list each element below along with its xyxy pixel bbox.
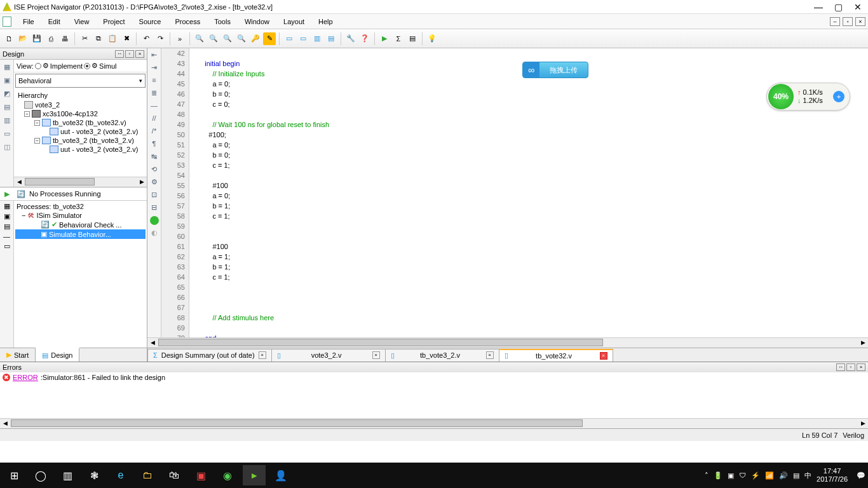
settings-button[interactable]: 🔧 [344,32,357,45]
redo-button[interactable]: ↷ [154,32,166,45]
more-button[interactable]: » [173,32,186,45]
impl-radio[interactable] [35,63,41,69]
pane-expand[interactable]: ↔ [115,50,124,58]
edge-icon[interactable]: e [109,465,132,485]
upload-widget[interactable]: ∞ 拖拽上传 [522,62,588,78]
save-button[interactable]: 💾 [31,32,43,45]
tray-3[interactable]: 🛡 [739,471,746,479]
tree-tb2[interactable]: tb_vote3_2 (tb_vote3_2.v) [53,137,134,144]
pane-close[interactable]: × [135,50,144,58]
plus-icon[interactable]: + [833,91,844,102]
lang-icon[interactable]: 中 [804,471,811,480]
ise-taskbar-icon[interactable]: ▶ [243,465,266,485]
start-button[interactable]: ⊞ [3,465,25,485]
taskview-button[interactable]: ▥ [56,465,79,485]
menu-help[interactable]: Help [312,17,339,27]
st-6[interactable]: ▭ [1,128,13,139]
doc-tab[interactable]: ▯tb_vote32.v× [499,349,613,362]
close-button[interactable]: ✕ [854,2,862,12]
et-13[interactable]: ⊟ [149,202,160,214]
err-expand[interactable]: ↔ [836,363,845,371]
undo-button[interactable]: ↶ [140,32,153,45]
menu-source[interactable]: Source [133,17,168,27]
pst-3[interactable]: ▤ [4,222,10,231]
sim-radio[interactable] [84,63,90,69]
menu-layout[interactable]: Layout [277,17,311,27]
process-tree[interactable]: Processes: tb_vote32 −🛠ISim Simulator 🔄✔… [14,201,147,348]
report-button[interactable]: ▤ [406,32,419,45]
cut-button[interactable]: ✂ [78,32,91,45]
hierarchy-tree[interactable]: Hierarchy vote3_2 −xc3s100e-4cp132 −tb_v… [14,89,147,177]
hierarchy-scrollbar[interactable]: ◀▶ [14,177,147,187]
et-9[interactable]: ↹ [149,151,160,163]
error-line[interactable]: ✖ ERROR:Simulator:861 - Failed to link t… [3,374,865,381]
summary-button[interactable]: Σ [392,32,405,45]
app-3[interactable]: ◉ [216,465,239,485]
tree-tb1[interactable]: tb_vote32 (tb_vote32.v) [53,119,126,126]
st-3[interactable]: ◩ [1,88,13,99]
tray-up-icon[interactable]: ˄ [705,471,709,480]
findfiles-button[interactable]: 🔍 [235,32,248,45]
ime-icon[interactable]: ▤ [793,471,799,480]
errors-body[interactable]: ✖ ERROR:Simulator:861 - Failed to link t… [0,372,868,418]
et-4[interactable]: ≣ [149,88,160,99]
expand-icon[interactable]: − [24,111,30,117]
app-4[interactable]: 👤 [269,465,292,485]
tree-uut2[interactable]: uut - vote3_2 (vote3_2.v) [60,146,138,153]
tab-start[interactable]: ▶Start [0,348,36,362]
win2-button[interactable]: ▭ [297,32,309,45]
err-float[interactable]: ▫ [846,363,855,371]
find-button[interactable]: 🔍 [193,32,206,45]
new-button[interactable]: 🗋 [3,32,15,45]
refresh-icon[interactable]: 🔄 [17,190,25,198]
mdi-restore[interactable]: ▫ [843,17,853,26]
pst-5[interactable]: ▭ [4,242,10,250]
proc-isim[interactable]: −🛠ISim Simulator [15,211,146,220]
code-editor[interactable]: 4243444546474849505152535455565758596061… [161,48,868,337]
taskbar-clock[interactable]: 17:472017/7/26 [817,467,848,484]
menu-process[interactable]: Process [168,17,207,27]
menu-tools[interactable]: Tools [208,17,237,27]
tree-uut1[interactable]: uut - vote3_2 (vote3_2.v) [60,128,138,135]
tree-device[interactable]: xc3s100e-4cp132 [43,110,98,118]
editor-scrollbar[interactable]: ◀▶ [147,337,868,348]
paste-button[interactable]: 📋 [106,32,119,45]
mdi-minimize[interactable]: – [830,17,840,26]
tab-design[interactable]: ▤Design [36,348,79,362]
win1-button[interactable]: ▭ [283,32,295,45]
st-2[interactable]: ▣ [1,74,13,86]
st-5[interactable]: ▥ [1,114,13,126]
win3-button[interactable]: ▥ [311,32,323,45]
menu-window[interactable]: Window [238,17,276,27]
et-11[interactable]: ⚙ [149,177,160,188]
findprev-button[interactable]: 🔍 [221,32,234,45]
expand-icon[interactable]: − [34,138,40,144]
menu-project[interactable]: Project [97,17,131,27]
mdi-close[interactable]: × [855,17,865,26]
speed-widget[interactable]: 40% ↑ 0.1K/s ↓ 1.2K/s + [766,83,850,111]
proc-simulate[interactable]: ▣Simulate Behavior... [15,229,146,239]
sim-combo[interactable]: Behavioral ▾ [15,74,146,88]
win4-button[interactable]: ▤ [325,32,337,45]
app-1[interactable]: ❃ [83,465,105,485]
doc-tab[interactable]: ΣDesign Summary (out of date)× [147,349,272,362]
menu-edit[interactable]: Edit [42,17,67,27]
pst-1[interactable]: ▦ [4,202,10,210]
et-7[interactable]: /* [149,126,160,137]
error-link[interactable]: ERROR [13,374,38,381]
st-7[interactable]: ◫ [1,141,13,152]
volume-icon[interactable]: 🔊 [779,471,788,480]
menu-file[interactable]: File [17,17,41,27]
store-icon[interactable]: 🛍 [163,465,186,485]
wifi-icon[interactable]: 📶 [765,471,774,480]
run-button[interactable]: ▶ [378,32,391,45]
et-8[interactable]: ¶ [149,139,160,150]
pane-float[interactable]: ▫ [125,50,134,58]
et-3[interactable]: ≡ [149,75,160,86]
tray-4[interactable]: ⚡ [751,471,760,480]
st-1[interactable]: ▦ [1,61,13,72]
run-icon[interactable]: ▶ [0,190,14,198]
open-button[interactable]: 📂 [17,32,29,45]
saveall-button[interactable]: ⎙ [44,32,57,45]
key-button[interactable]: 🔑 [249,32,262,45]
